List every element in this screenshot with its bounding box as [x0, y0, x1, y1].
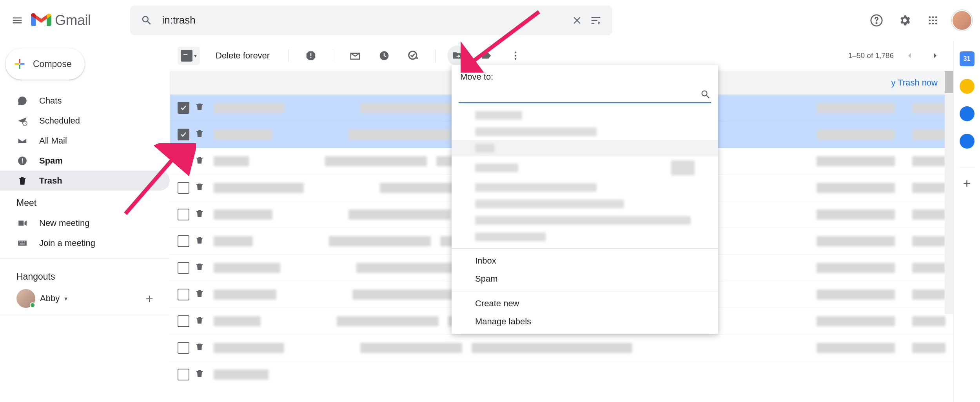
sidebar-item-scheduled[interactable]: Scheduled: [0, 111, 170, 131]
dropdown-create-new-item[interactable]: Create new: [452, 295, 718, 313]
search-icon: [700, 89, 711, 100]
svg-rect-27: [310, 57, 312, 58]
svg-line-33: [468, 12, 539, 65]
account-avatar[interactable]: [952, 10, 972, 31]
row-checkbox[interactable]: [178, 102, 189, 114]
select-all-checkbox[interactable]: ▾: [178, 47, 200, 65]
message-row[interactable]: [170, 335, 953, 361]
sidebar-item-join-meeting[interactable]: Join a meeting: [0, 233, 170, 253]
svg-rect-25: [183, 54, 187, 55]
video-icon: [16, 218, 28, 228]
row-checkbox[interactable]: [178, 369, 189, 380]
gmail-logo[interactable]: Gmail: [31, 12, 91, 29]
dropdown-search-field[interactable]: [459, 87, 711, 103]
apps-icon[interactable]: [924, 11, 942, 30]
search-icon[interactable]: [137, 11, 156, 30]
keep-app-icon[interactable]: [960, 79, 975, 94]
dropdown-spam-item[interactable]: Spam: [452, 270, 718, 288]
chevron-down-icon[interactable]: ▾: [194, 53, 197, 59]
keyboard-icon: [16, 238, 28, 248]
add-to-tasks-button[interactable]: [403, 45, 423, 66]
svg-line-34: [125, 155, 176, 214]
plus-icon: [13, 58, 26, 70]
svg-rect-11: [19, 59, 20, 64]
trash-icon: [195, 316, 204, 327]
svg-rect-18: [22, 162, 23, 163]
calendar-app-icon[interactable]: 31: [960, 51, 975, 66]
settings-icon[interactable]: [895, 11, 914, 30]
row-checkbox[interactable]: [178, 342, 189, 354]
vertical-scrollbar[interactable]: [945, 71, 953, 314]
hangouts-user-name: Abby: [40, 293, 60, 304]
annotation-arrow-top: [461, 8, 547, 73]
svg-point-1: [876, 22, 877, 23]
mark-read-button[interactable]: [345, 45, 365, 66]
svg-point-3: [932, 16, 934, 18]
row-checkbox[interactable]: [178, 235, 189, 247]
row-checkbox[interactable]: [178, 289, 189, 300]
row-checkbox[interactable]: [178, 262, 189, 274]
trash-icon: [195, 236, 204, 247]
dropdown-label-item[interactable]: [452, 156, 718, 179]
allmail-icon: [16, 136, 28, 146]
dropdown-label-item[interactable]: [452, 196, 718, 212]
snooze-button[interactable]: [374, 45, 394, 66]
dropdown-manage-labels-item[interactable]: Manage labels: [452, 313, 718, 331]
svg-rect-13: [19, 65, 20, 69]
svg-rect-26: [310, 53, 312, 56]
annotation-arrow-left: [118, 143, 196, 222]
tasks-app-icon[interactable]: [960, 106, 975, 121]
pagination-info: 1–50 of 1,786: [848, 51, 894, 60]
search-options-icon[interactable]: [586, 11, 605, 30]
dropdown-label-item[interactable]: [452, 179, 718, 196]
compose-button[interactable]: Compose: [5, 48, 85, 80]
move-to-dropdown: Move to: Inbox Spam Create new Manage la…: [452, 65, 718, 334]
hangouts-avatar: [16, 289, 35, 308]
svg-point-9: [932, 22, 934, 24]
dropdown-label-item[interactable]: [452, 212, 718, 229]
row-checkbox[interactable]: [178, 129, 189, 140]
scheduled-icon: [16, 116, 28, 126]
chevron-down-icon[interactable]: ▾: [64, 295, 67, 302]
delete-forever-button[interactable]: Delete forever: [209, 51, 277, 61]
hangouts-section-header: Hangouts: [0, 264, 170, 287]
svg-point-5: [929, 19, 931, 21]
trash-icon: [16, 176, 28, 186]
report-spam-button[interactable]: [301, 45, 321, 66]
contacts-app-icon[interactable]: [960, 134, 975, 149]
scrollbar-thumb[interactable]: [945, 71, 953, 93]
svg-point-7: [935, 19, 937, 21]
dropdown-label-item[interactable]: [452, 229, 718, 245]
dropdown-label-item[interactable]: [452, 140, 718, 156]
main-menu-button[interactable]: [8, 11, 27, 30]
dropdown-label-item[interactable]: [452, 107, 718, 124]
add-app-button[interactable]: +: [959, 167, 975, 191]
dropdown-search-input[interactable]: [459, 88, 700, 102]
dropdown-label-item[interactable]: [452, 124, 718, 140]
empty-trash-link[interactable]: y Trash now: [891, 78, 938, 88]
svg-point-10: [935, 22, 937, 24]
chat-icon: [16, 96, 28, 106]
trash-icon: [195, 102, 204, 113]
svg-rect-21: [21, 241, 22, 242]
hangouts-user-row[interactable]: Abby ▾ +: [0, 287, 170, 310]
add-hangout-button[interactable]: +: [145, 291, 153, 306]
older-page-button[interactable]: [925, 45, 946, 66]
dropdown-inbox-item[interactable]: Inbox: [452, 252, 718, 270]
svg-rect-23: [24, 241, 25, 242]
svg-rect-19: [18, 240, 27, 246]
svg-point-2: [929, 16, 931, 18]
trash-icon: [195, 342, 204, 353]
presence-indicator: [30, 302, 35, 308]
help-icon[interactable]: [867, 11, 886, 30]
gmail-m-icon: [31, 13, 52, 28]
row-checkbox[interactable]: [178, 315, 189, 327]
sidebar-item-chats[interactable]: Chats: [0, 91, 170, 111]
svg-rect-20: [19, 241, 20, 242]
svg-point-4: [935, 16, 937, 18]
header-right-icons: [867, 10, 972, 31]
newer-page-button[interactable]: [899, 45, 920, 66]
clear-search-icon[interactable]: [568, 11, 586, 30]
right-sidepanel: 31 +: [953, 40, 980, 402]
message-row[interactable]: [170, 361, 953, 388]
